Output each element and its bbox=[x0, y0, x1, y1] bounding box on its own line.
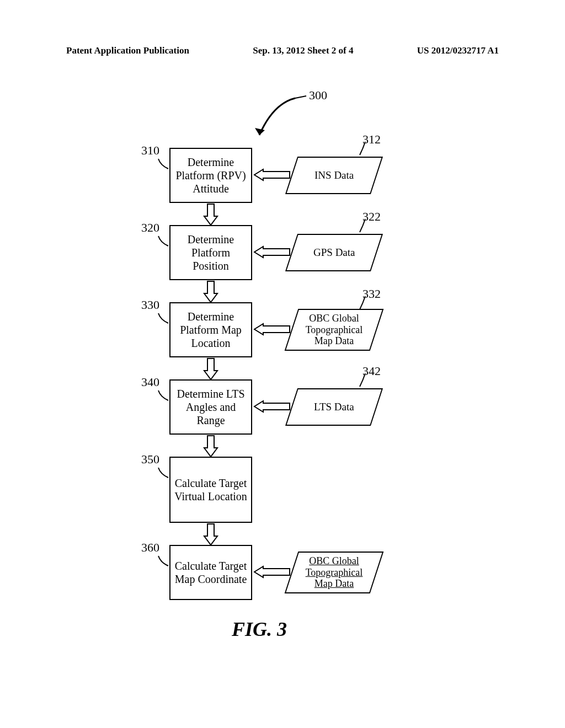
svg-marker-0 bbox=[255, 128, 265, 135]
box-340-text: Determine LTS Angles and Range bbox=[173, 387, 248, 427]
svg-line-1 bbox=[295, 96, 306, 98]
connector-330 bbox=[156, 312, 170, 326]
box-330-text: Determine Platform Map Location bbox=[173, 310, 248, 350]
arrow-350-to-360 bbox=[203, 523, 218, 546]
connector-360 bbox=[156, 555, 170, 569]
box-340: Determine LTS Angles and Range bbox=[169, 379, 252, 435]
data-322-text: GPS Data bbox=[313, 247, 355, 259]
arrow-342-to-340 bbox=[252, 400, 292, 413]
label-330: 330 bbox=[141, 298, 159, 312]
arrow-340-to-350 bbox=[203, 435, 218, 458]
figure-caption: FIG. 3 bbox=[232, 618, 287, 641]
box-310-text: Determine Platform (RPV) Attitude bbox=[173, 156, 248, 195]
arrow-312-to-310 bbox=[252, 168, 292, 181]
data-332-text: OBC Global Topographical Map Data bbox=[298, 313, 370, 347]
connector-312 bbox=[358, 141, 367, 157]
box-360: Calculate Target Map Coordinate bbox=[169, 545, 252, 600]
label-310: 310 bbox=[141, 143, 159, 158]
data-332: OBC Global Topographical Map Data bbox=[285, 309, 384, 351]
box-320: Determine Platform Position bbox=[169, 225, 252, 280]
connector-340 bbox=[156, 389, 170, 403]
data-360-text: OBC Global Topographical Map Data bbox=[298, 555, 370, 590]
data-312-text: INS Data bbox=[315, 169, 354, 181]
connector-322 bbox=[358, 218, 367, 234]
arrow-data360-to-360 bbox=[252, 565, 292, 579]
box-310: Determine Platform (RPV) Attitude bbox=[169, 148, 252, 203]
header-left: Patent Application Publication bbox=[66, 45, 189, 56]
connector-350 bbox=[156, 467, 170, 480]
label-320: 320 bbox=[141, 221, 159, 235]
arrow-310-to-320 bbox=[203, 203, 218, 226]
box-360-text: Calculate Target Map Coordinate bbox=[173, 559, 248, 586]
box-330: Determine Platform Map Location bbox=[169, 302, 252, 357]
arrow-332-to-330 bbox=[252, 323, 292, 336]
arrow-330-to-340 bbox=[203, 357, 218, 381]
arrow-320-to-330 bbox=[203, 280, 218, 303]
data-322: GPS Data bbox=[285, 234, 383, 271]
header-right: US 2012/0232717 A1 bbox=[417, 45, 499, 56]
main-reference-arrow bbox=[243, 94, 309, 143]
label-300: 300 bbox=[309, 88, 327, 103]
connector-342 bbox=[358, 372, 367, 389]
box-350-text: Calculate Target Virtual Location bbox=[173, 477, 248, 503]
connector-320 bbox=[156, 235, 170, 249]
data-312: INS Data bbox=[285, 157, 383, 194]
header-center: Sep. 13, 2012 Sheet 2 of 4 bbox=[253, 45, 353, 56]
data-342: LTS Data bbox=[285, 388, 383, 426]
connector-310 bbox=[156, 158, 170, 172]
label-360: 360 bbox=[141, 540, 159, 555]
data-342-text: LTS Data bbox=[314, 401, 354, 413]
arrow-322-to-320 bbox=[252, 245, 292, 259]
label-350: 350 bbox=[141, 452, 159, 467]
page-header: Patent Application Publication Sep. 13, … bbox=[0, 45, 565, 56]
box-350: Calculate Target Virtual Location bbox=[169, 457, 252, 523]
box-320-text: Determine Platform Position bbox=[173, 233, 248, 272]
label-340: 340 bbox=[141, 375, 159, 389]
flowchart-diagram: 300 310 Determine Platform (RPV) Attitud… bbox=[0, 77, 565, 651]
data-360: OBC Global Topographical Map Data bbox=[285, 552, 384, 593]
